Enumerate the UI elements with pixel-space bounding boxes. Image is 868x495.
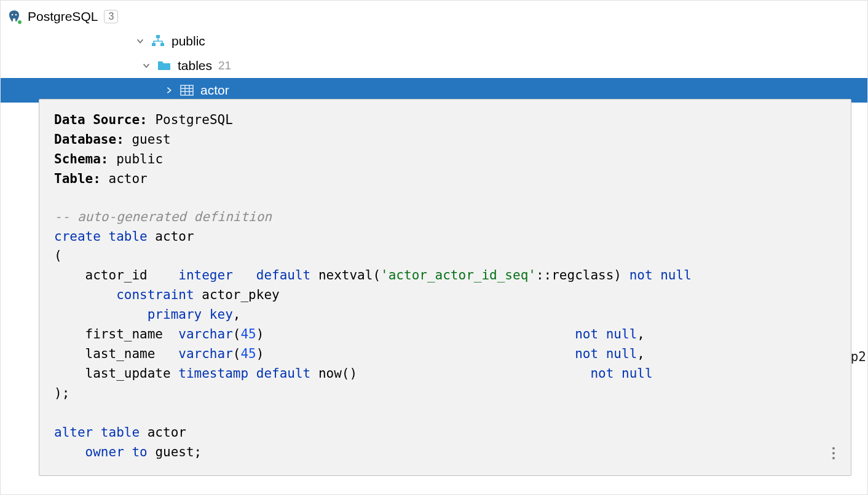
svg-point-1	[15, 14, 17, 16]
tree-label: tables	[178, 58, 212, 73]
chevron-down-icon	[135, 36, 146, 47]
meta-datasource: Data Source: PostgreSQL	[54, 111, 836, 130]
database-tree: PostgreSQL 3 public tables 21	[1, 1, 867, 103]
quick-documentation-popup: Data Source: PostgreSQL Database: guest …	[39, 99, 851, 476]
background-text-fragment: p2	[851, 349, 866, 364]
chevron-down-icon	[141, 60, 152, 71]
chevron-right-icon	[164, 85, 175, 96]
tree-node-datasource[interactable]: PostgreSQL 3	[1, 4, 867, 29]
schema-icon	[151, 34, 165, 49]
meta-schema: Schema: public	[54, 150, 836, 170]
tree-label: PostgreSQL	[28, 9, 98, 24]
datasource-badge: 3	[104, 10, 118, 23]
postgresql-icon	[7, 9, 22, 24]
tables-count: 21	[218, 59, 231, 72]
svg-rect-4	[160, 43, 164, 46]
svg-point-0	[12, 14, 14, 16]
svg-rect-2	[156, 35, 160, 38]
tree-node-schema[interactable]: public	[1, 29, 867, 53]
svg-rect-3	[152, 43, 156, 46]
tree-label: public	[172, 34, 205, 49]
more-options-icon[interactable]	[826, 446, 841, 461]
tree-label: actor	[200, 83, 229, 98]
table-icon	[180, 83, 194, 98]
tree-node-tables-folder[interactable]: tables 21	[1, 53, 867, 78]
svg-rect-5	[181, 85, 193, 95]
folder-icon	[157, 58, 172, 73]
meta-database: Database: guest	[54, 130, 836, 150]
sql-definition: -- auto-generated definition create tabl…	[54, 208, 836, 462]
meta-table: Table: actor	[54, 170, 836, 189]
